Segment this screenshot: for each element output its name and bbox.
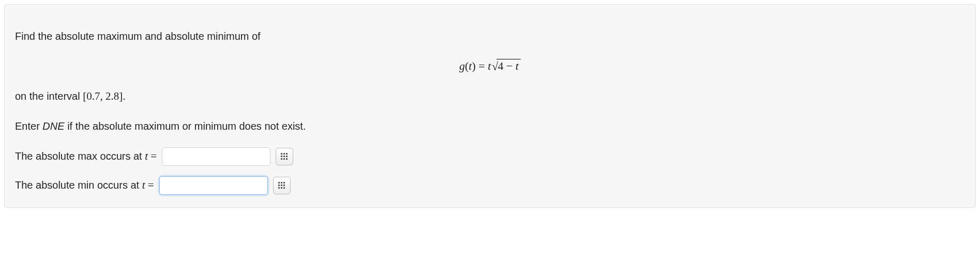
grid-icon [278, 182, 285, 189]
answer-max-label-pre: The absolute max occurs at [15, 150, 145, 162]
svg-rect-15 [278, 187, 280, 189]
interval-prefix: on the interval [15, 90, 83, 102]
equation-fn: g [459, 59, 465, 72]
answer-min-label: The absolute min occurs at t = [15, 177, 154, 194]
dne-post: if the absolute maximum or minimum does … [65, 120, 306, 132]
answer-min-label-pre: The absolute min occurs at [15, 179, 142, 191]
answer-max-equals: = [148, 150, 157, 162]
equation-display: g(t) = t√4 − t [15, 57, 965, 75]
svg-rect-11 [283, 182, 285, 183]
svg-rect-10 [281, 182, 282, 183]
answer-min-equals: = [145, 179, 154, 191]
radicand-num: 4 [497, 59, 503, 72]
equation-sqrt: √4 − t [492, 57, 521, 75]
svg-rect-3 [281, 156, 282, 157]
answer-min-input[interactable] [159, 176, 268, 195]
radicand-var: t [516, 59, 519, 72]
dne-pre: Enter [15, 120, 42, 132]
svg-rect-16 [281, 187, 282, 189]
svg-rect-8 [286, 158, 288, 160]
svg-rect-0 [281, 153, 282, 155]
svg-rect-17 [283, 187, 285, 189]
svg-rect-2 [286, 153, 288, 155]
answer-max-input[interactable] [162, 147, 270, 166]
interval-suffix: . [123, 90, 126, 102]
svg-rect-14 [283, 185, 285, 186]
problem-container: Find the absolute maximum and absolute m… [4, 4, 976, 208]
equation-radicand: 4 − t [496, 59, 521, 72]
answer-row-min: The absolute min occurs at t = [15, 176, 965, 195]
radicand-op: − [503, 59, 515, 72]
svg-rect-12 [278, 185, 280, 186]
svg-rect-6 [281, 158, 282, 160]
equation-paren-close: ) [472, 59, 475, 72]
answer-max-label: The absolute max occurs at t = [15, 148, 157, 165]
equation-editor-button-min[interactable] [273, 177, 291, 194]
interval-value: [0.7, 2.8] [83, 90, 123, 102]
problem-intro: Find the absolute maximum and absolute m… [15, 28, 965, 44]
interval-line: on the interval [0.7, 2.8]. [15, 88, 965, 105]
answer-row-max: The absolute max occurs at t = [15, 147, 965, 166]
equation-equals: = [476, 59, 488, 72]
svg-rect-13 [281, 185, 282, 186]
svg-rect-5 [286, 156, 288, 157]
equation-rhs-var: t [488, 59, 491, 72]
dne-instruction: Enter DNE if the absolute maximum or min… [15, 118, 965, 134]
grid-icon [281, 153, 288, 160]
svg-rect-4 [283, 156, 285, 157]
svg-rect-1 [283, 153, 285, 155]
svg-rect-7 [283, 158, 285, 160]
svg-rect-9 [278, 182, 280, 183]
equation-editor-button-max[interactable] [276, 148, 293, 165]
dne-word: DNE [42, 120, 64, 132]
